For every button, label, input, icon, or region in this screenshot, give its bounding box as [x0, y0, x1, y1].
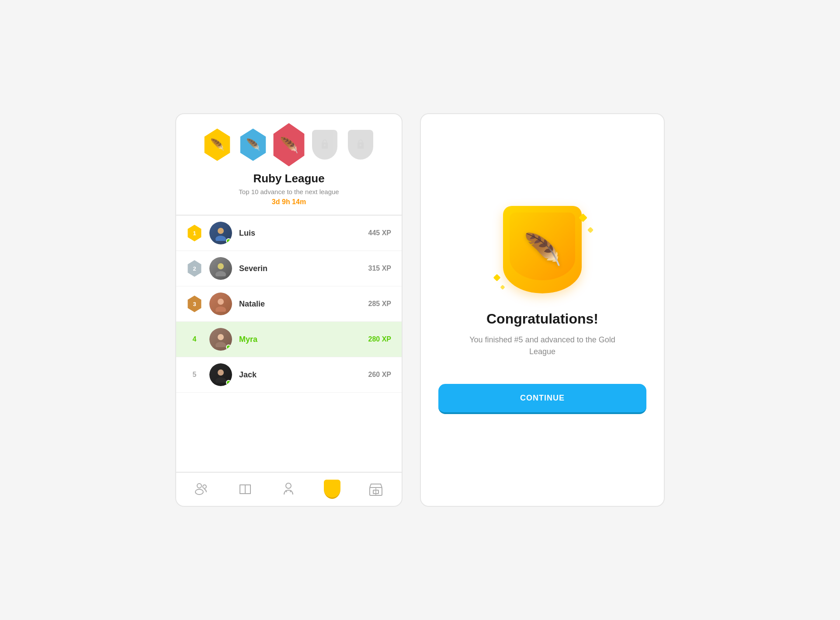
svg-point-10: [197, 484, 201, 488]
svg-point-8: [218, 369, 224, 376]
table-row: 5 Jack 260 XP: [176, 357, 402, 393]
league-timer: 3d 9h 14m: [189, 198, 389, 206]
table-row: 3 Natalie 285 XP: [176, 286, 402, 322]
badge-sapphire[interactable]: 🪶: [237, 127, 269, 162]
user-face-icon: [213, 296, 229, 312]
badge-locked-2: [345, 127, 376, 162]
svg-point-12: [203, 485, 206, 488]
sidebar-item-shop[interactable]: [368, 481, 384, 497]
rank-badge-4: 4: [187, 331, 202, 347]
badge-locked-1: [309, 127, 340, 162]
table-row: 4 Myra 280 XP: [176, 322, 402, 357]
league-header: 🪶 🪶 🪶: [176, 114, 402, 216]
sidebar-item-leagues[interactable]: [324, 480, 340, 499]
player-xp: 280 XP: [368, 335, 391, 343]
bottom-nav: [176, 472, 402, 506]
rank-hex-bronze: 3: [187, 296, 202, 312]
player-name: Luis: [239, 229, 361, 238]
svg-point-6: [218, 334, 224, 340]
player-xp: 445 XP: [368, 229, 391, 237]
congrats-subtitle: You finished #5 and advanced to the Gold…: [468, 334, 617, 358]
avatar: [209, 293, 232, 315]
lock-icon: [319, 139, 330, 151]
table-row: 2 Severin 315 XP: [176, 251, 402, 286]
continue-button[interactable]: CONTINUE: [438, 384, 646, 414]
book-icon: [237, 481, 253, 497]
table-row: 1 Luis 445 XP: [176, 216, 402, 251]
sidebar-item-learn[interactable]: [237, 481, 253, 497]
rank-badge-2: 2: [187, 261, 202, 276]
user-face-icon: [213, 261, 229, 276]
svg-point-2: [218, 263, 224, 269]
league-subtitle: Top 10 advance to the next league: [189, 188, 389, 195]
online-indicator: [226, 238, 231, 244]
badges-row: 🪶 🪶 🪶: [189, 127, 389, 162]
left-panel: 🪶 🪶 🪶: [175, 113, 403, 507]
player-name: Severin: [239, 264, 361, 273]
svg-point-0: [218, 228, 224, 234]
league-title: Ruby League: [189, 172, 389, 185]
avatar: [209, 328, 232, 351]
svg-point-5: [215, 307, 226, 312]
svg-point-14: [286, 483, 291, 488]
congrats-title: Congratulations!: [486, 311, 598, 327]
player-name: Jack: [239, 370, 361, 380]
feather-ruby-icon: 🪶: [280, 136, 299, 153]
sidebar-item-character[interactable]: [281, 481, 296, 497]
sparkle-icon-4: [500, 285, 505, 289]
user-face-icon: [213, 225, 229, 241]
shop-icon: [368, 481, 384, 497]
svg-point-4: [218, 299, 224, 305]
sparkle-icon-3: [493, 274, 501, 282]
feather-gold-icon: 🪶: [210, 138, 224, 152]
svg-point-3: [215, 271, 226, 276]
user-face-icon: [213, 331, 229, 347]
svg-point-7: [215, 342, 226, 347]
shield-icon: [324, 480, 340, 499]
sparkle-icon-2: [587, 227, 594, 233]
leaderboard: 1 Luis 445 XP 2: [176, 216, 402, 472]
player-xp: 315 XP: [368, 265, 391, 272]
character-icon: [281, 481, 296, 497]
rank-badge-3: 3: [187, 296, 202, 312]
rank-hex-gold: 1: [187, 225, 202, 241]
avatar: [209, 222, 232, 244]
player-xp: 285 XP: [368, 300, 391, 308]
svg-point-11: [195, 489, 203, 495]
rank-number: 5: [187, 371, 202, 379]
svg-point-9: [215, 377, 226, 383]
rank-number: 4: [187, 335, 202, 343]
svg-point-1: [215, 236, 226, 241]
avatar-image: [209, 293, 232, 315]
user-face-icon: [213, 367, 229, 383]
rank-badge-5: 5: [187, 367, 202, 383]
lock-icon-2: [355, 139, 366, 151]
people-icon: [194, 481, 210, 497]
trophy-area: 🪶: [503, 206, 582, 293]
gold-shield-icon: 🪶: [503, 206, 582, 293]
player-xp: 260 XP: [368, 371, 391, 379]
feather-trophy-icon: 🪶: [524, 232, 562, 268]
player-name: Natalie: [239, 300, 361, 309]
sidebar-item-social[interactable]: [194, 481, 210, 497]
avatar: [209, 257, 232, 280]
rank-hex-silver: 2: [187, 260, 202, 277]
online-indicator: [226, 345, 231, 350]
player-name: Myra: [239, 335, 361, 344]
rank-badge-1: 1: [187, 225, 202, 241]
avatar-image: [209, 257, 232, 280]
feather-sapphire-icon: 🪶: [246, 138, 260, 152]
avatar: [209, 363, 232, 386]
badge-gold[interactable]: 🪶: [201, 127, 233, 162]
online-indicator: [226, 380, 231, 385]
right-panel: 🪶 Congratulations! You finished #5 and a…: [420, 113, 665, 507]
badge-ruby[interactable]: 🪶: [271, 125, 307, 165]
